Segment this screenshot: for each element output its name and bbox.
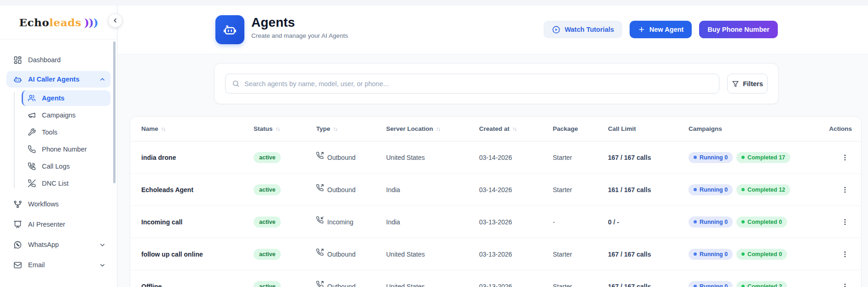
sidebar-collapse-button[interactable] bbox=[108, 13, 122, 28]
column-header-package: Package bbox=[553, 125, 608, 132]
package-cell: Starter bbox=[553, 283, 608, 287]
phone-off-icon bbox=[28, 179, 36, 187]
sidebar-item-phone-number[interactable]: Phone Number bbox=[22, 141, 110, 157]
sidebar-item-whatsapp[interactable]: WhatsApp bbox=[6, 234, 110, 255]
search-card: Filters bbox=[214, 63, 779, 104]
filters-button[interactable]: Filters bbox=[727, 74, 768, 94]
type-label: Outbound bbox=[327, 283, 356, 287]
search-icon bbox=[232, 80, 240, 88]
plus-icon bbox=[638, 26, 645, 33]
page-subtitle: Create and manage your AI Agents bbox=[251, 32, 348, 39]
type-cell: Outbound bbox=[316, 153, 386, 161]
status-badge: active bbox=[254, 217, 281, 228]
phone-call-icon bbox=[28, 162, 36, 170]
server-location-cell: United States bbox=[386, 154, 479, 161]
sidebar-item-agents[interactable]: Agents bbox=[22, 90, 110, 106]
package-cell: Starter bbox=[553, 154, 608, 161]
main-content: Filters Name↑↓Status↑↓Type↑↓Server Locat… bbox=[118, 54, 868, 287]
status-cell: active bbox=[254, 281, 316, 287]
search-input[interactable] bbox=[244, 80, 712, 88]
column-header-call-limit: Call Limit bbox=[608, 125, 689, 132]
created-at-cell: 03-14-2026 bbox=[479, 154, 553, 161]
sidebar-item-label: AI Presenter bbox=[28, 221, 65, 228]
row-actions-menu-button[interactable] bbox=[838, 246, 852, 262]
sidebar-item-dnc-list[interactable]: DNC List bbox=[22, 176, 110, 191]
table-row: Incoming callactiveIncomingIndia03-13-20… bbox=[130, 206, 861, 238]
sidebar-nav: Dashboard AI Caller Agents Agents bbox=[0, 40, 117, 275]
column-label: Package bbox=[553, 125, 578, 132]
sidebar-item-label: Agents bbox=[42, 94, 64, 102]
status-dot-icon bbox=[741, 188, 745, 191]
wrench-icon bbox=[28, 128, 36, 136]
row-actions-menu-button[interactable] bbox=[838, 214, 852, 230]
row-actions-menu-button[interactable] bbox=[838, 150, 852, 165]
sort-arrows-icon: ↑↓ bbox=[512, 126, 516, 132]
phone-outgoing-icon bbox=[316, 248, 324, 256]
sidebar-scrollbar-thumb[interactable] bbox=[113, 41, 116, 183]
agents-robot-icon bbox=[215, 15, 244, 44]
agent-name-cell: india drone bbox=[141, 154, 254, 161]
type-label: Outbound bbox=[327, 251, 356, 258]
sort-arrows-icon: ↑↓ bbox=[333, 126, 337, 132]
whatsapp-icon bbox=[13, 240, 22, 249]
sidebar-item-call-logs[interactable]: Call Logs bbox=[22, 158, 110, 174]
status-cell: active bbox=[254, 184, 316, 195]
dashboard-grid-icon bbox=[13, 56, 22, 64]
call-limit-cell: 161 / 167 calls bbox=[608, 186, 689, 193]
completed-campaigns-pill: Completed 12 bbox=[736, 184, 790, 195]
row-actions-menu-button[interactable] bbox=[838, 182, 852, 198]
running-campaigns-pill: Running 0 bbox=[689, 249, 733, 260]
type-label: Outbound bbox=[327, 186, 356, 193]
status-dot-icon bbox=[741, 285, 745, 287]
completed-campaigns-pill: Completed 17 bbox=[736, 152, 790, 163]
sidebar-item-label: Tools bbox=[42, 129, 58, 136]
sidebar-item-ai-caller-agents[interactable]: AI Caller Agents bbox=[6, 71, 110, 88]
sidebar-item-ai-presenter[interactable]: AI Presenter bbox=[6, 214, 110, 234]
sidebar-item-email[interactable]: Email bbox=[6, 255, 110, 275]
agents-table: Name↑↓Status↑↓Type↑↓Server Location↑↓Cre… bbox=[130, 116, 862, 287]
table-header-row: Name↑↓Status↑↓Type↑↓Server Location↑↓Cre… bbox=[130, 117, 861, 141]
watch-tutorials-button[interactable]: Watch Tutorials bbox=[544, 21, 622, 38]
column-header-type[interactable]: Type↑↓ bbox=[316, 125, 386, 132]
new-agent-button[interactable]: New Agent bbox=[630, 21, 692, 38]
column-label: Name bbox=[141, 125, 158, 132]
column-label: Status bbox=[254, 125, 272, 132]
column-header-status[interactable]: Status↑↓ bbox=[254, 125, 316, 132]
status-dot-icon bbox=[741, 220, 745, 223]
server-location-cell: India bbox=[386, 218, 479, 226]
users-icon bbox=[28, 94, 36, 102]
page-header: Agents Create and manage your AI Agents … bbox=[118, 6, 868, 54]
running-campaigns-pill: Running 0 bbox=[689, 217, 733, 228]
brand-name-leads: leads bbox=[49, 16, 81, 29]
buy-phone-number-button[interactable]: Buy Phone Number bbox=[699, 21, 778, 38]
sidebar-item-campaigns[interactable]: Campaigns bbox=[22, 107, 110, 123]
play-circle-icon bbox=[552, 25, 561, 34]
column-header-created-at[interactable]: Created at↑↓ bbox=[479, 125, 553, 132]
sidebar-item-tools[interactable]: Tools bbox=[22, 124, 110, 140]
column-label: Actions bbox=[829, 125, 852, 132]
agent-name-cell: Echoleads Agent bbox=[141, 186, 254, 193]
running-campaigns-pill: Running 0 bbox=[689, 281, 733, 287]
agent-name-cell: follow up call online bbox=[141, 251, 254, 258]
chevron-up-icon bbox=[99, 76, 106, 83]
brand-logo[interactable]: Echoleads ))) bbox=[0, 6, 117, 40]
sidebar-item-dashboard[interactable]: Dashboard bbox=[6, 51, 110, 69]
status-cell: active bbox=[254, 152, 316, 163]
column-header-server-location[interactable]: Server Location↑↓ bbox=[386, 125, 479, 132]
sidebar-item-label: Dashboard bbox=[28, 56, 61, 64]
row-actions-menu-button[interactable] bbox=[838, 279, 852, 287]
status-badge: active bbox=[254, 152, 281, 163]
phone-outgoing-icon bbox=[316, 281, 324, 287]
column-header-name[interactable]: Name↑↓ bbox=[141, 125, 254, 132]
brand-waves-icon: ))) bbox=[84, 16, 98, 29]
package-cell: - bbox=[553, 218, 608, 226]
phone-outgoing-icon bbox=[316, 184, 324, 192]
mail-icon bbox=[13, 261, 22, 269]
status-cell: active bbox=[254, 217, 316, 228]
kebab-menu-icon bbox=[841, 282, 849, 287]
chevron-down-icon bbox=[99, 262, 106, 269]
call-limit-cell: 167 / 167 calls bbox=[608, 154, 689, 161]
sidebar-item-workflows[interactable]: Workflows bbox=[6, 194, 110, 214]
type-cell: Outbound bbox=[316, 250, 386, 258]
column-label: Call Limit bbox=[608, 125, 636, 132]
